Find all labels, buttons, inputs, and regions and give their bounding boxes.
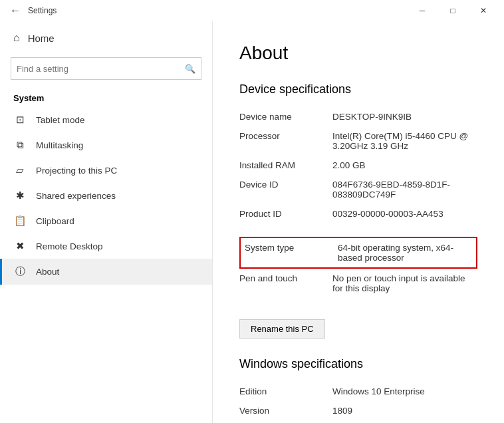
home-icon: ⌂	[13, 32, 20, 44]
sidebar-item-about[interactable]: ⓘ About	[0, 259, 212, 285]
search-icon: 🔍	[185, 64, 195, 74]
table-row: Edition Windows 10 Enterprise	[239, 382, 477, 401]
search-input[interactable]	[17, 64, 185, 74]
rename-button[interactable]: Rename this PC	[239, 319, 325, 339]
minimize-icon: ─	[420, 6, 426, 15]
close-icon: ✕	[480, 6, 487, 15]
table-row: Installed RAM 2.00 GB	[239, 156, 477, 175]
sidebar-item-remote-desktop[interactable]: ✖ Remote Desktop	[0, 233, 212, 259]
table-row: Device ID 084F6736-9EBD-4859-8D1F-083809…	[239, 175, 477, 204]
spec-value: 1809	[332, 401, 477, 420]
spec-value: 00329-00000-00003-AA453	[332, 204, 477, 223]
tablet-mode-icon: ⊡	[13, 114, 27, 126]
spec-label: Pen and touch	[239, 269, 332, 298]
spec-value: 084F6736-9EBD-4859-8D1F-083809DC749F	[332, 175, 477, 204]
windows-specs-title: Windows specifications	[239, 357, 477, 371]
table-row: Product ID 00329-00000-00003-AA453	[239, 204, 477, 223]
remote-desktop-icon: ✖	[13, 240, 27, 252]
table-row: Device name DESKTOP-9INK9IB	[239, 107, 477, 126]
spec-label: Device name	[239, 107, 332, 126]
spec-label: Edition	[239, 382, 332, 401]
projecting-icon: ▱	[13, 164, 27, 176]
sidebar-item-label: About	[36, 267, 59, 277]
page-title: About	[239, 43, 477, 64]
system-type-label: System type	[245, 243, 338, 263]
system-type-value: 64-bit operating system, x64-based proce…	[338, 243, 472, 263]
minimize-button[interactable]: ─	[407, 0, 438, 21]
table-row: Version 1809	[239, 401, 477, 420]
sidebar-section-label: System	[0, 85, 212, 107]
sidebar-item-multitasking[interactable]: ⧉ Multitasking	[0, 132, 212, 158]
sidebar-item-tablet-mode[interactable]: ⊡ Tablet mode	[0, 107, 212, 132]
maximize-icon: □	[450, 6, 455, 15]
title-bar: ← Settings ─ □ ✕	[0, 0, 504, 21]
spec-value: DESKTOP-9INK9IB	[332, 107, 477, 126]
search-box[interactable]: 🔍	[11, 57, 201, 80]
device-specs-title: Device specifications	[239, 82, 477, 96]
window-controls: ─ □ ✕	[407, 0, 499, 21]
table-row: Processor Intel(R) Core(TM) i5-4460 CPU …	[239, 126, 477, 156]
clipboard-icon: 📋	[13, 215, 27, 227]
multitasking-icon: ⧉	[13, 139, 27, 151]
maximize-button[interactable]: □	[438, 0, 468, 21]
sidebar: ⌂ Home 🔍 System ⊡ Tablet mode ⧉ Multitas…	[0, 21, 213, 423]
main-layout: ⌂ Home 🔍 System ⊡ Tablet mode ⧉ Multitas…	[0, 21, 504, 423]
spec-value: Windows 10 Enterprise	[332, 382, 477, 401]
spec-value: No pen or touch input is available for t…	[332, 269, 477, 298]
spec-label: Version	[239, 401, 332, 420]
content-area: About Device specifications Device name …	[213, 21, 504, 423]
sidebar-item-label: Projecting to this PC	[36, 166, 117, 176]
spec-value: Intel(R) Core(TM) i5-4460 CPU @ 3.20GHz …	[332, 126, 477, 156]
app-title: Settings	[28, 6, 57, 15]
table-row: Pen and touch No pen or touch input is a…	[239, 269, 477, 298]
home-label: Home	[28, 33, 55, 44]
close-button[interactable]: ✕	[468, 0, 499, 21]
sidebar-home[interactable]: ⌂ Home	[0, 21, 212, 55]
shared-experiences-icon: ✱	[13, 190, 27, 202]
system-type-highlight: System type 64-bit operating system, x64…	[239, 237, 477, 269]
sidebar-item-label: Tablet mode	[36, 115, 85, 125]
pen-touch-table: Pen and touch No pen or touch input is a…	[239, 269, 477, 298]
about-icon: ⓘ	[13, 265, 27, 278]
back-button[interactable]: ←	[5, 1, 25, 21]
sidebar-item-label: Shared experiences	[36, 191, 116, 201]
spec-label: Processor	[239, 126, 332, 156]
sidebar-item-clipboard[interactable]: 📋 Clipboard	[0, 208, 212, 233]
device-specs-table: Device name DESKTOP-9INK9IB Processor In…	[239, 107, 477, 223]
sidebar-item-projecting[interactable]: ▱ Projecting to this PC	[0, 158, 212, 183]
spec-label: Device ID	[239, 175, 332, 204]
sidebar-item-shared-experiences[interactable]: ✱ Shared experiences	[0, 183, 212, 208]
spec-label: Product ID	[239, 204, 332, 223]
sidebar-item-label: Clipboard	[36, 216, 74, 226]
spec-value: 2.00 GB	[332, 156, 477, 175]
sidebar-item-label: Multitasking	[36, 140, 83, 150]
back-icon: ←	[10, 5, 21, 17]
spec-label: Installed RAM	[239, 156, 332, 175]
windows-specs-table: Edition Windows 10 Enterprise Version 18…	[239, 382, 477, 420]
sidebar-item-label: Remote Desktop	[36, 241, 103, 251]
